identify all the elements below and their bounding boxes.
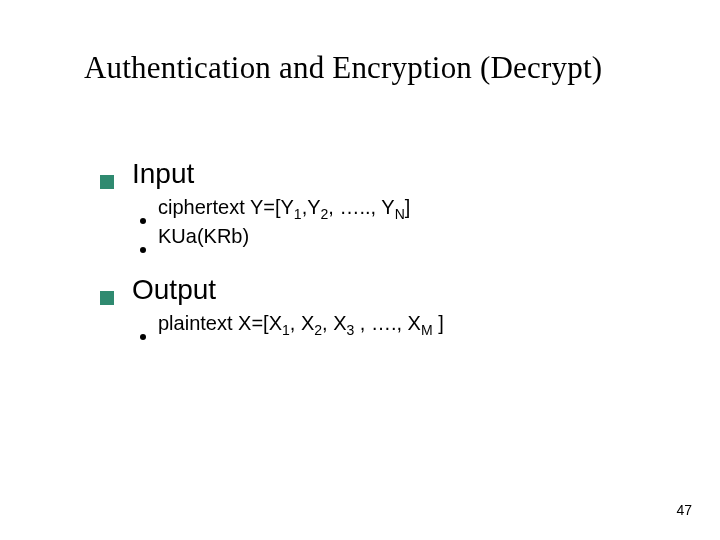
section-heading: Input	[132, 158, 194, 190]
dot-bullet-icon	[140, 334, 146, 340]
square-bullet-icon	[100, 175, 114, 189]
bullet-level1: Input	[100, 158, 660, 190]
text-run: ,Y	[302, 196, 321, 218]
text-run: , ….., Y	[328, 196, 394, 218]
slide: Authentication and Encryption (Decrypt) …	[0, 0, 720, 540]
bullet-level2: ciphertext Y=[Y1,Y2, ….., YN]	[140, 196, 660, 219]
list-item: plaintext X=[X1, X2, X3 , …., XM ]	[158, 312, 444, 335]
section-heading: Output	[132, 274, 216, 306]
list-item: KUa(KRb)	[158, 225, 249, 248]
list-item: ciphertext Y=[Y1,Y2, ….., YN]	[158, 196, 410, 219]
bullet-level2: KUa(KRb)	[140, 225, 660, 248]
text-run: ]	[405, 196, 411, 218]
slide-body: Input ciphertext Y=[Y1,Y2, ….., YN] KUa(…	[100, 140, 660, 335]
text-run: , X	[322, 312, 346, 334]
subscript: 2	[314, 322, 322, 338]
subscript: 1	[294, 206, 302, 222]
bullet-level2: plaintext X=[X1, X2, X3 , …., XM ]	[140, 312, 660, 335]
text-run: , …., X	[354, 312, 421, 334]
subscript: 1	[282, 322, 290, 338]
dot-bullet-icon	[140, 218, 146, 224]
subscript: N	[395, 206, 405, 222]
square-bullet-icon	[100, 291, 114, 305]
text-run: ]	[433, 312, 444, 334]
text-run: , X	[290, 312, 314, 334]
slide-title: Authentication and Encryption (Decrypt)	[84, 50, 602, 86]
page-number: 47	[676, 502, 692, 518]
subscript: M	[421, 322, 433, 338]
text-run: ciphertext Y=[Y	[158, 196, 294, 218]
bullet-level1: Output	[100, 274, 660, 306]
dot-bullet-icon	[140, 247, 146, 253]
text-run: plaintext X=[X	[158, 312, 282, 334]
